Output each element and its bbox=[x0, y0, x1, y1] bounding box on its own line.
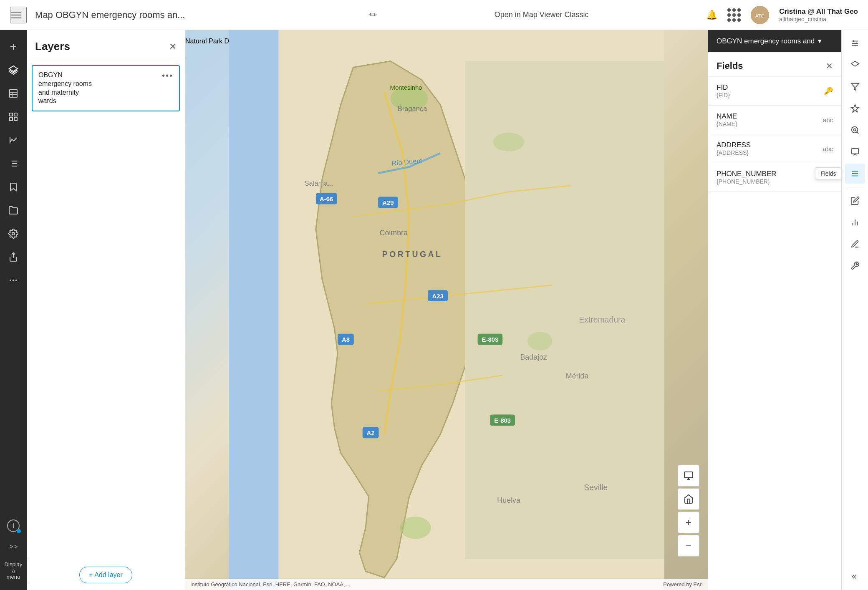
sidebar-share-button[interactable] bbox=[3, 247, 23, 267]
menu-button[interactable] bbox=[10, 7, 27, 23]
svg-text:Huelva: Huelva bbox=[497, 496, 520, 504]
popup-button[interactable] bbox=[845, 142, 865, 162]
sidebar-dashboard-button[interactable] bbox=[3, 107, 23, 127]
svg-rect-5 bbox=[10, 90, 17, 97]
svg-text:Montesinho: Montesinho bbox=[390, 84, 422, 91]
svg-rect-9 bbox=[10, 113, 13, 116]
avatar[interactable]: ATG bbox=[751, 6, 769, 24]
svg-text:Bragança: Bragança bbox=[398, 105, 427, 112]
collapse-panel-button[interactable] bbox=[845, 567, 865, 587]
effects-button[interactable] bbox=[845, 98, 865, 119]
svg-point-22 bbox=[10, 280, 11, 281]
header: Map OBGYN emergency rooms an... ✏ Open i… bbox=[0, 0, 868, 30]
sidebar-list-button[interactable] bbox=[3, 154, 23, 174]
svg-rect-11 bbox=[10, 118, 13, 121]
sidebar-more-button[interactable] bbox=[3, 270, 23, 290]
fields-panel-dropdown-icon[interactable]: ▾ bbox=[818, 37, 822, 45]
zoom-out-button[interactable]: − bbox=[678, 535, 699, 557]
svg-rect-27 bbox=[465, 61, 664, 559]
analysis-button[interactable] bbox=[845, 120, 865, 140]
svg-text:A-66: A-66 bbox=[320, 196, 333, 202]
sidebar-table-button[interactable] bbox=[3, 83, 23, 103]
field-type-icon: 🔑 bbox=[824, 86, 833, 96]
attribution-text: Instituto Geográfico Nacional, Esri, HER… bbox=[190, 581, 349, 587]
charts-button[interactable] bbox=[845, 212, 865, 232]
svg-point-20 bbox=[12, 232, 15, 235]
layers-panel-header: Layers ✕ bbox=[27, 30, 185, 60]
svg-text:ATG: ATG bbox=[755, 13, 765, 18]
svg-point-24 bbox=[15, 280, 17, 281]
svg-marker-67 bbox=[851, 83, 858, 91]
display-button[interactable] bbox=[678, 465, 699, 487]
sidebar-add-button[interactable] bbox=[3, 37, 23, 57]
sidebar-info-button[interactable]: i bbox=[3, 516, 23, 536]
apps-grid-button[interactable] bbox=[727, 8, 741, 22]
map-area[interactable]: A-66 A29 A23 A8 A2 E-803 E-803 Río Duero… bbox=[185, 30, 708, 590]
sidebar-layers-button[interactable] bbox=[3, 60, 23, 80]
wrench-button[interactable] bbox=[845, 256, 865, 276]
annotation-button[interactable] bbox=[845, 234, 865, 254]
svg-text:Coimbra: Coimbra bbox=[379, 229, 408, 237]
sidebar-folder-button[interactable] bbox=[3, 200, 23, 220]
fields-header: Fields ✕ bbox=[708, 52, 841, 77]
field-name: NAME bbox=[717, 112, 737, 121]
svg-text:Extremadura: Extremadura bbox=[579, 315, 625, 324]
fields-toolbar-button[interactable]: Fields bbox=[845, 164, 865, 184]
svg-point-23 bbox=[13, 280, 14, 281]
left-sidebar: i >> Display a menu bbox=[0, 30, 27, 590]
user-username: allthatgeo_cristina bbox=[779, 16, 858, 23]
svg-point-71 bbox=[853, 129, 855, 131]
fields-close-button[interactable]: ✕ bbox=[826, 61, 833, 71]
sidebar-expand-button[interactable]: >> bbox=[5, 539, 21, 555]
svg-line-70 bbox=[857, 132, 858, 134]
svg-text:Mérida: Mérida bbox=[566, 372, 589, 380]
zoom-in-button[interactable]: + bbox=[678, 512, 699, 533]
edit-title-button[interactable]: ✏ bbox=[369, 10, 377, 20]
fields-panel-header: OBGYN emergency rooms and ▾ bbox=[708, 30, 841, 52]
svg-point-31 bbox=[400, 517, 431, 539]
notifications-bell[interactable]: 🔔 bbox=[706, 10, 717, 20]
svg-text:A2: A2 bbox=[367, 430, 375, 436]
layer-name: OBGYNemergency roomsand maternitywards bbox=[38, 71, 159, 106]
display-menu-label[interactable]: Display a menu bbox=[0, 558, 27, 583]
header-center: Open in Map Viewer Classic bbox=[377, 10, 706, 19]
fields-title: Fields bbox=[717, 61, 743, 71]
styles-button[interactable] bbox=[845, 55, 865, 75]
filter-button[interactable] bbox=[845, 77, 865, 97]
svg-rect-57 bbox=[684, 472, 693, 478]
map-controls: + − bbox=[678, 465, 699, 557]
field-variable: {ADDRESS} bbox=[717, 149, 751, 156]
svg-point-29 bbox=[493, 133, 525, 151]
svg-text:Salama...: Salama... bbox=[305, 179, 333, 187]
right-toolbar: Fields bbox=[841, 30, 868, 590]
add-layer-button[interactable]: + Add layer bbox=[79, 567, 132, 583]
configure-button[interactable] bbox=[845, 33, 865, 53]
layers-close-button[interactable]: ✕ bbox=[169, 41, 177, 52]
list-item: ADDRESS {ADDRESS} abc bbox=[708, 134, 841, 163]
sidebar-chart-button[interactable] bbox=[3, 130, 23, 150]
list-item: NAME {NAME} abc bbox=[708, 106, 841, 134]
open-classic-button[interactable]: Open in Map Viewer Classic bbox=[495, 10, 589, 19]
main-content: i >> Display a menu Layers ✕ OBGYNemerge… bbox=[0, 30, 868, 590]
field-variable: {PHONE_NUMBER} bbox=[717, 178, 777, 185]
svg-marker-66 bbox=[851, 61, 858, 66]
fields-list: FID {FID} 🔑 NAME {NAME} abc ADDRESS {ADD… bbox=[708, 77, 841, 590]
list-item[interactable]: OBGYNemergency roomsand maternitywards •… bbox=[32, 65, 180, 111]
field-name: PHONE_NUMBER bbox=[717, 170, 777, 178]
svg-text:A8: A8 bbox=[342, 336, 350, 343]
svg-text:Seville: Seville bbox=[584, 483, 608, 492]
list-item: FID {FID} 🔑 bbox=[708, 77, 841, 106]
sidebar-settings-button[interactable] bbox=[3, 224, 23, 244]
user-info: Cristina @ All That Geo allthatgeo_crist… bbox=[779, 8, 858, 23]
layers-panel-title: Layers bbox=[35, 40, 70, 53]
layer-more-button[interactable]: ••• bbox=[162, 71, 173, 81]
fields-panel: OBGYN emergency rooms and ▾ Fields ✕ FID… bbox=[708, 30, 841, 590]
home-button[interactable] bbox=[678, 488, 699, 510]
sidebar-bookmark-button[interactable] bbox=[3, 177, 23, 197]
svg-rect-12 bbox=[14, 118, 17, 121]
svg-text:E-803: E-803 bbox=[494, 417, 511, 424]
svg-text:Badajoz: Badajoz bbox=[520, 353, 547, 361]
edit-toolbar-button[interactable] bbox=[845, 191, 865, 211]
svg-point-30 bbox=[527, 332, 553, 350]
svg-text:A29: A29 bbox=[382, 199, 394, 206]
